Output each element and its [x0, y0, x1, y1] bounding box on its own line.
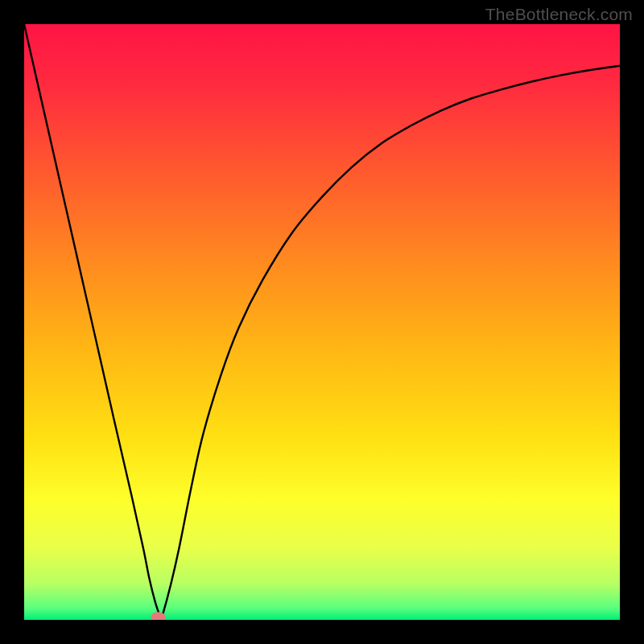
plot-area	[24, 24, 620, 620]
chart-svg	[24, 24, 620, 620]
chart-frame: TheBottleneck.com	[0, 0, 644, 644]
watermark-label: TheBottleneck.com	[485, 5, 633, 24]
gradient-background	[24, 24, 620, 620]
